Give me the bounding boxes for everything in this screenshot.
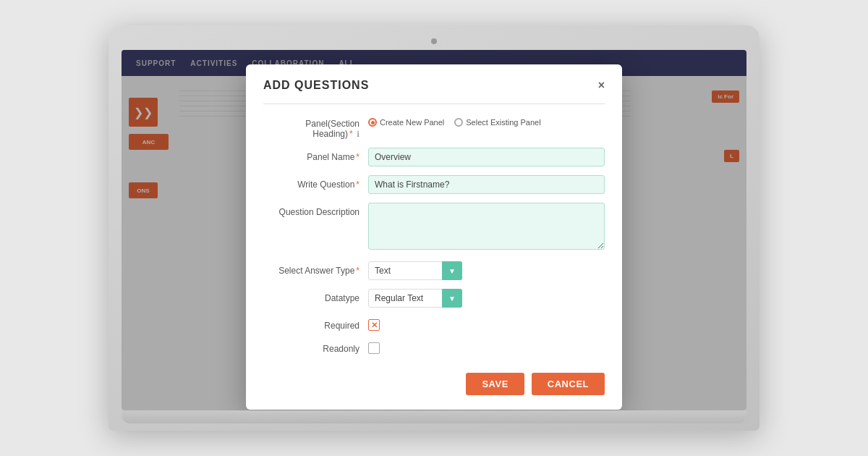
modal-divider (263, 104, 605, 104)
answer-type-select-wrapper: Text Number Date Checkbox ▼ (368, 261, 605, 280)
readonly-checkbox[interactable] (368, 342, 380, 354)
modal-overlay: ADD QUESTIONS × Panel(Section Heading)* … (122, 50, 746, 410)
panel-name-label: Panel Name* (263, 148, 368, 162)
radio-create-new[interactable]: Create New Panel (368, 118, 444, 127)
radio-create-dot (368, 118, 377, 127)
readonly-label: Readonly (263, 339, 368, 354)
panel-heading-label: Panel(Section Heading)* ℹ (263, 114, 368, 139)
laptop-camera (431, 38, 437, 44)
panel-name-required: * (356, 152, 359, 162)
add-questions-modal: ADD QUESTIONS × Panel(Section Heading)* … (246, 64, 622, 410)
app-background: SUPPORT ACTIVITIES COLLABORATION ALL ❯❯ … (122, 50, 746, 410)
answer-type-dropdown: Text Number Date Checkbox ▼ (368, 261, 462, 280)
write-question-label: Write Question* (263, 175, 368, 190)
modal-header: ADD QUESTIONS × (263, 79, 605, 92)
required-checkbox-wrapper: ✕ (368, 316, 605, 331)
write-question-field-wrapper (368, 175, 605, 194)
datatype-select[interactable]: Regular Text Email Phone URL (368, 289, 462, 308)
panel-heading-row: Panel(Section Heading)* ℹ Create New Pan… (263, 114, 605, 139)
datatype-row: Datatype Regular Text Email Phone URL (263, 289, 605, 308)
question-desc-field-wrapper (368, 203, 605, 253)
required-checkbox[interactable]: ✕ (368, 319, 380, 331)
question-desc-label: Question Description (263, 203, 368, 217)
info-icon: ℹ (357, 130, 359, 138)
write-question-row: Write Question* (263, 175, 605, 194)
write-question-input[interactable] (368, 175, 605, 194)
modal-footer: SAVE CANCEL (263, 366, 605, 395)
required-label: Required (263, 316, 368, 331)
answer-type-row: Select Answer Type* Text Number Date Che… (263, 261, 605, 280)
panel-heading-required: * (349, 129, 353, 139)
required-row: Required ✕ (263, 316, 605, 331)
radio-select-dot (454, 118, 463, 127)
radio-select-existing[interactable]: Select Existing Panel (454, 118, 540, 127)
panel-name-row: Panel Name* (263, 148, 605, 166)
question-desc-textarea[interactable] (368, 203, 605, 250)
laptop-screen: SUPPORT ACTIVITIES COLLABORATION ALL ❯❯ … (122, 50, 746, 410)
cancel-button[interactable]: CANCEL (532, 373, 605, 395)
datatype-dropdown: Regular Text Email Phone URL ▼ (368, 289, 462, 308)
write-question-required: * (356, 180, 359, 190)
panel-heading-radio-group: Create New Panel Select Existing Panel (368, 114, 605, 127)
readonly-checkbox-wrapper (368, 339, 605, 354)
modal-close-button[interactable]: × (598, 80, 605, 91)
modal-title: ADD QUESTIONS (263, 79, 369, 92)
answer-type-label: Select Answer Type* (263, 261, 368, 276)
panel-name-field-wrapper (368, 148, 605, 166)
panel-name-input[interactable] (368, 148, 605, 166)
datatype-label: Datatype (263, 289, 368, 303)
readonly-row: Readonly (263, 339, 605, 354)
laptop-shell: SUPPORT ACTIVITIES COLLABORATION ALL ❯❯ … (109, 25, 760, 431)
datatype-select-wrapper: Regular Text Email Phone URL ▼ (368, 289, 605, 308)
save-button[interactable]: SAVE (466, 373, 524, 395)
laptop-bottom (122, 410, 746, 423)
answer-type-select[interactable]: Text Number Date Checkbox (368, 261, 462, 280)
question-desc-row: Question Description (263, 203, 605, 253)
answer-type-required: * (356, 266, 359, 276)
